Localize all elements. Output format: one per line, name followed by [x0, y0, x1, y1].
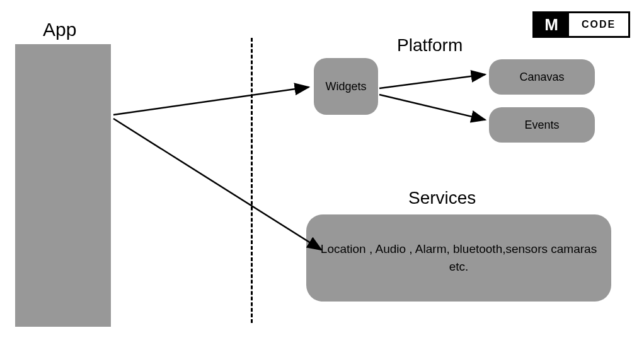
- logo-badge: M CODE: [532, 11, 630, 38]
- svg-line-4: [379, 95, 485, 120]
- logo-text: CODE: [569, 13, 628, 36]
- svg-line-3: [379, 74, 485, 88]
- widgets-text: Widgets: [325, 80, 366, 93]
- logo-mark: M: [534, 13, 569, 36]
- app-label: App: [43, 19, 76, 40]
- services-text: Location , Audio , Alarm, bluetooth,sens…: [319, 240, 599, 276]
- canvas-text: Canavas: [519, 71, 564, 84]
- services-node: Location , Audio , Alarm, bluetooth,sens…: [306, 214, 611, 302]
- events-text: Events: [524, 119, 559, 132]
- platform-heading: Platform: [397, 35, 463, 56]
- widgets-node: Widgets: [314, 58, 378, 115]
- canvas-node: Canavas: [489, 59, 595, 95]
- svg-line-1: [113, 87, 309, 115]
- events-node: Events: [489, 107, 595, 143]
- app-block: [15, 44, 111, 327]
- services-heading: Services: [408, 188, 476, 208]
- divider-line: [251, 38, 253, 323]
- svg-line-2: [113, 119, 321, 250]
